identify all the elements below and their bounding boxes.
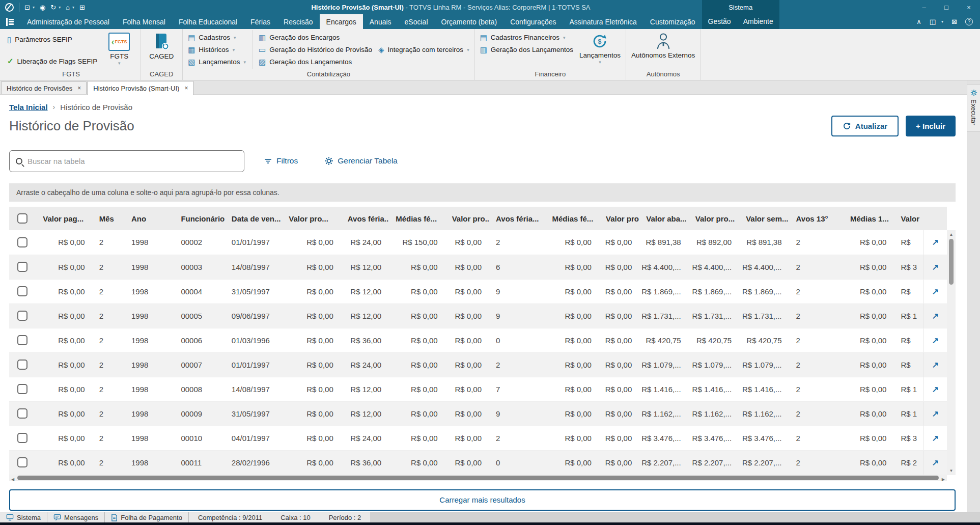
column-header[interactable]: Valor sem... [739, 207, 789, 230]
column-header[interactable]: Ano [124, 207, 174, 230]
minimize-button[interactable]: – [913, 0, 935, 14]
fgts-big-button[interactable]: FGTS FGTS ▾ [103, 30, 135, 69]
rm-menu-icon[interactable] [6, 18, 14, 26]
sitemap-icon[interactable] [24, 4, 30, 11]
menu-tab[interactable]: Assinatura Eletrônica [563, 14, 643, 29]
group-by-bar[interactable]: Arraste o cabeçalho de uma coluna e solt… [9, 183, 956, 202]
row-checkbox[interactable] [17, 335, 27, 345]
horizontal-scrollbar[interactable] [9, 475, 947, 481]
menu-tab[interactable]: Encargos [320, 14, 363, 29]
column-header[interactable]: Valor aba... [639, 207, 688, 230]
integracao-terceiros-dropdown[interactable]: Integração com terceiros▾ [378, 46, 469, 53]
liberacao-flags-sefip-button[interactable]: Liberação de Flags SEFIP [7, 57, 97, 66]
home-icon[interactable] [66, 4, 70, 11]
manage-table-button[interactable]: Gerenciar Tabela [324, 156, 398, 165]
menu-tab[interactable]: Folha Mensal [116, 14, 172, 29]
row-checkbox[interactable] [17, 262, 27, 272]
row-checkbox[interactable] [17, 433, 27, 443]
status-segment-payroll[interactable]: Folha de Pagamento [105, 512, 189, 522]
open-record-icon[interactable] [932, 336, 938, 345]
geracao-historico-provisao-button[interactable]: Geração do Histórico de Provisão [259, 46, 372, 53]
column-header[interactable]: Funcionário [174, 207, 224, 230]
grid-icon[interactable] [79, 4, 85, 11]
cadastros-dropdown[interactable]: Cadastros▾ [188, 34, 246, 41]
chevron-down-icon[interactable]: ▾ [59, 5, 61, 10]
status-segment-message[interactable]: Mensagens [47, 512, 105, 522]
open-record-icon[interactable] [932, 385, 938, 394]
cadastros-financeiros-dropdown[interactable]: Cadastros Financeiros▾ [480, 34, 573, 41]
row-checkbox[interactable] [17, 457, 27, 467]
scroll-left-icon[interactable] [11, 474, 14, 483]
column-header[interactable]: Data de ven... [225, 207, 282, 230]
executar-tab[interactable]: Executar [967, 85, 980, 132]
column-header[interactable]: Médias fé... [388, 207, 444, 230]
horizontal-scrollbar-thumb[interactable] [17, 476, 939, 480]
window-layout-icon[interactable] [930, 18, 936, 25]
menu-tab[interactable]: Administração de Pessoal [20, 14, 116, 29]
row-checkbox[interactable] [17, 408, 27, 419]
column-header[interactable]: Valor pag... [36, 207, 92, 230]
lancamentos-dropdown[interactable]: Lançamentos▾ [188, 58, 246, 66]
system-menu-tab[interactable]: Ambiente [737, 17, 779, 29]
chevron-down-icon[interactable]: ▾ [72, 5, 74, 10]
scroll-down-icon[interactable] [949, 466, 954, 475]
menu-tab[interactable]: Configurações [503, 14, 563, 29]
vertical-scrollbar-thumb[interactable] [949, 239, 954, 285]
column-header[interactable]: Valor pro... [282, 207, 341, 230]
column-header[interactable]: Mês [92, 207, 124, 230]
search-box[interactable] [9, 150, 244, 172]
maximize-button[interactable]: □ [935, 0, 958, 14]
open-record-icon[interactable] [932, 287, 938, 296]
historicos-dropdown[interactable]: Históricos▾ [188, 46, 246, 53]
open-record-icon[interactable] [932, 458, 938, 467]
add-button[interactable]: + Incluir [906, 116, 956, 136]
open-record-icon[interactable] [932, 409, 938, 418]
column-header[interactable]: Avos féria... [489, 207, 545, 230]
menu-tab[interactable]: Rescisão [277, 14, 320, 29]
open-record-icon[interactable] [932, 263, 938, 271]
document-tab[interactable]: Histórico Provisão (Smart-UI) [88, 81, 193, 95]
row-checkbox[interactable] [17, 286, 27, 296]
open-record-icon[interactable] [932, 361, 938, 369]
view-icon[interactable] [40, 4, 45, 11]
row-checkbox[interactable] [17, 237, 27, 247]
breadcrumb-home-link[interactable]: Tela Inicial [9, 103, 48, 112]
row-checkbox[interactable] [17, 360, 27, 370]
document-tab[interactable]: Histórico de Provisões [1, 81, 87, 94]
refresh-button[interactable]: Atualizar [831, 116, 899, 136]
caged-big-button[interactable]: CAGED [146, 30, 177, 69]
menu-tab[interactable]: Férias [244, 14, 277, 29]
menu-tab[interactable]: Anuais [363, 14, 398, 29]
close-tab-icon[interactable] [77, 85, 81, 92]
chevron-down-icon[interactable]: ▾ [33, 5, 35, 10]
scroll-up-icon[interactable] [949, 230, 954, 239]
vertical-scrollbar[interactable] [947, 230, 956, 475]
status-segment-monitor[interactable]: Sistema [0, 512, 47, 522]
menu-tab[interactable]: Folha Educacional [172, 14, 244, 29]
parametros-sefip-button[interactable]: Parâmetros SEFIP [7, 36, 97, 43]
column-header[interactable]: Valor pro... [599, 207, 639, 230]
system-menu-tab[interactable]: Gestão [702, 17, 737, 29]
open-record-icon[interactable] [932, 238, 938, 246]
search-input[interactable] [27, 157, 238, 165]
refresh-window-icon[interactable] [50, 4, 56, 11]
menu-tab[interactable]: eSocial [398, 14, 435, 29]
column-header[interactable]: Valor pro... [445, 207, 489, 230]
collapse-ribbon-icon[interactable] [916, 18, 921, 25]
open-record-icon[interactable] [932, 312, 938, 320]
column-header[interactable]: Valor [893, 207, 923, 230]
load-more-button[interactable]: Carregar mais resultados [9, 489, 956, 511]
column-header[interactable]: Avos 13° [789, 207, 843, 230]
open-record-icon[interactable] [932, 434, 938, 443]
lancamentos-big-button[interactable]: $ Lançamentos ▾ [579, 30, 621, 69]
chevron-down-icon[interactable]: ▾ [941, 19, 943, 24]
select-all-checkbox[interactable] [17, 213, 27, 224]
autonomos-externos-button[interactable]: Autônomos Externos [631, 30, 695, 69]
geracao-lancamentos-button[interactable]: Geração dos Lançamentos [259, 58, 372, 66]
row-checkbox[interactable] [17, 311, 27, 321]
close-button[interactable]: × [958, 0, 980, 14]
menu-tab[interactable]: Customização [643, 14, 702, 29]
filters-button[interactable]: Filtros [264, 156, 298, 165]
scroll-right-icon[interactable] [942, 474, 945, 483]
column-header[interactable]: Médias fé... [545, 207, 599, 230]
